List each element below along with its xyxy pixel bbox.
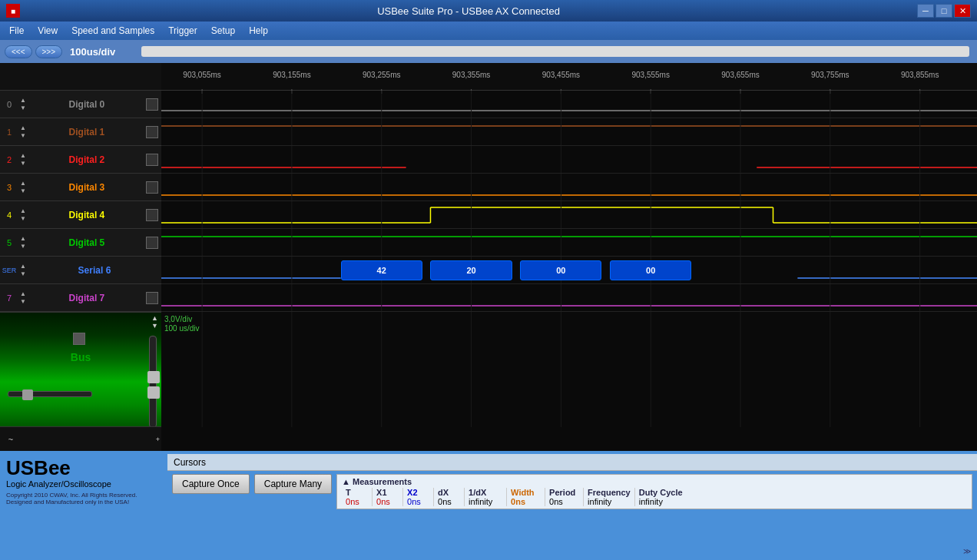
close-button[interactable]: ✕ xyxy=(954,4,971,18)
ch3-checkbox[interactable] xyxy=(146,181,158,194)
tick-1: 903,155ms xyxy=(273,71,310,79)
menu-speed[interactable]: Speed and Samples xyxy=(65,24,161,38)
waveform-ch7 xyxy=(161,284,977,312)
waveform-area[interactable]: 903,055ms 903,155ms 903,255ms 903,355ms … xyxy=(161,63,977,451)
meas-X1-header: X1 xyxy=(376,488,399,497)
ch7-label: Digital 7 xyxy=(28,293,146,303)
ch0-number: 0 xyxy=(0,100,18,109)
waveform-ch3 xyxy=(161,174,977,201)
main-content: 0 ▲▼ Digital 0 1 ▲▼ Digital 1 2 ▲▼ Digit… xyxy=(0,63,977,451)
channel-4-row: 4 ▲▼ Digital 4 xyxy=(0,201,161,229)
scroll-bar[interactable] xyxy=(141,46,969,57)
ch5-arrows: ▲▼ xyxy=(20,235,26,250)
app-icon: ■ xyxy=(6,4,20,18)
ch4-arrows: ▲▼ xyxy=(20,207,26,223)
forward-button[interactable]: >>> xyxy=(35,45,63,58)
ch2-arrows: ▲▼ xyxy=(20,152,26,167)
time-scale-display: 100us/div xyxy=(70,46,135,58)
analog-plus[interactable]: + xyxy=(156,436,160,443)
menu-help[interactable]: Help xyxy=(243,24,274,38)
measurements-panel: ▲ Measurements T 0ns X1 0ns X2 0ns xyxy=(336,474,972,509)
meas-X1-value: 0ns xyxy=(376,497,399,506)
ch7-checkbox[interactable] xyxy=(146,292,158,304)
serial-box-2: 00 xyxy=(520,260,601,280)
waveform-ser: 42 20 00 00 xyxy=(161,257,977,284)
minimize-button[interactable]: ─ xyxy=(917,4,934,18)
ch5-checkbox[interactable] xyxy=(146,237,158,249)
ch1-label: Digital 1 xyxy=(28,127,146,138)
ch2-number: 2 xyxy=(0,155,18,164)
meas-X2-header: X2 xyxy=(407,488,429,497)
ch4-checkbox[interactable] xyxy=(146,209,158,221)
vertical-slider-track[interactable] xyxy=(149,336,157,428)
bus-info-usdiv: 100 us/div xyxy=(164,324,200,333)
window-title: USBee Suite Pro - USBee AX Connected xyxy=(20,5,917,17)
ch7-number: 7 xyxy=(0,293,18,303)
capture-many-button[interactable]: Capture Many xyxy=(254,474,332,494)
waveform-ch4-svg xyxy=(161,201,977,229)
ch4-label: Digital 4 xyxy=(28,210,146,220)
vertical-slider-handle[interactable] xyxy=(147,371,160,383)
tick-5: 903,555ms xyxy=(631,71,669,79)
meas-dX-header: dX xyxy=(438,488,460,497)
vertical-slider-handle2[interactable] xyxy=(147,386,160,399)
ch2-label: Digital 2 xyxy=(28,154,146,165)
meas-T: T 0ns xyxy=(342,488,373,506)
ch3-number: 3 xyxy=(0,183,18,192)
tick-0: 903,055ms xyxy=(183,71,220,79)
ch0-label: Digital 0 xyxy=(28,99,146,110)
meas-DutyCycle-value: infinity xyxy=(639,497,683,506)
tick-7: 903,755ms xyxy=(811,71,849,79)
tick-8: 903,855ms xyxy=(901,71,939,79)
meas-Width-value: 0ns xyxy=(511,497,541,506)
ch1-arrows: ▲▼ xyxy=(20,124,26,140)
bus-waveform-svg xyxy=(161,312,977,427)
tick-4: 903,455ms xyxy=(542,71,580,79)
horizontal-slider-track[interactable] xyxy=(8,391,92,397)
waveform-ch4 xyxy=(161,201,977,229)
ch0-checkbox[interactable] xyxy=(146,98,158,111)
bottom-right-indicator: ≫ xyxy=(963,547,971,555)
horizontal-slider-handle[interactable] xyxy=(22,389,33,400)
ch3-label: Digital 3 xyxy=(28,182,146,193)
meas-X2: X2 0ns xyxy=(403,488,434,506)
waveform-ch7-svg xyxy=(161,284,977,312)
ch1-number: 1 xyxy=(0,128,18,137)
back-button[interactable]: <<< xyxy=(5,45,32,58)
ch1-checkbox[interactable] xyxy=(146,126,158,138)
waveform-ch2-svg xyxy=(161,146,977,174)
capture-once-button[interactable]: Capture Once xyxy=(172,474,250,494)
channel-7-row: 7 ▲▼ Digital 7 xyxy=(0,284,161,312)
bus-info-vdiv: 3,0V/div xyxy=(164,315,192,323)
channel-panel: 0 ▲▼ Digital 0 1 ▲▼ Digital 1 2 ▲▼ Digit… xyxy=(0,63,161,451)
maximize-button[interactable]: □ xyxy=(936,4,952,18)
serial-box-1: 20 xyxy=(430,260,512,280)
channel-ser-row: SER ▲▼ Serial 6 xyxy=(0,257,161,284)
title-bar: ■ USBee Suite Pro - USBee AX Connected ─… xyxy=(0,0,977,22)
branding-section: USBee Logic Analyzer/Oscilloscope Copyri… xyxy=(0,454,161,535)
ch4-number: 4 xyxy=(0,210,18,220)
channel-0-row: 0 ▲▼ Digital 0 xyxy=(0,91,161,118)
menu-view[interactable]: View xyxy=(31,24,64,38)
window-controls[interactable]: ─ □ ✕ xyxy=(917,4,971,18)
bus-analog-checkbox[interactable] xyxy=(73,333,88,345)
ch2-checkbox[interactable] xyxy=(146,154,158,166)
ch5-label: Digital 5 xyxy=(28,237,146,248)
ch7-arrows: ▲▼ xyxy=(20,290,26,306)
serial-box-3: 00 xyxy=(610,260,691,280)
meas-Frequency: Frequency infinity xyxy=(584,488,635,506)
tick-6: 903,655ms xyxy=(721,71,759,79)
menu-setup[interactable]: Setup xyxy=(205,24,241,38)
serial-box-0: 42 xyxy=(341,260,422,280)
menu-file[interactable]: File xyxy=(3,24,30,38)
right-bottom-section: Cursors Capture Once Capture Many ▲ Meas… xyxy=(167,454,977,535)
measurements-title: ▲ Measurements xyxy=(342,477,967,486)
chser-arrows: ▲▼ xyxy=(20,263,26,278)
meas-X1: X1 0ns xyxy=(373,488,403,506)
meas-Period: Period 0ns xyxy=(545,488,584,506)
bus-label: Bus xyxy=(71,351,91,363)
analog-number: ~ xyxy=(3,435,18,444)
meas-Period-header: Period xyxy=(549,488,579,497)
menu-trigger[interactable]: Trigger xyxy=(162,24,204,38)
horizontal-slider-container xyxy=(8,391,146,397)
